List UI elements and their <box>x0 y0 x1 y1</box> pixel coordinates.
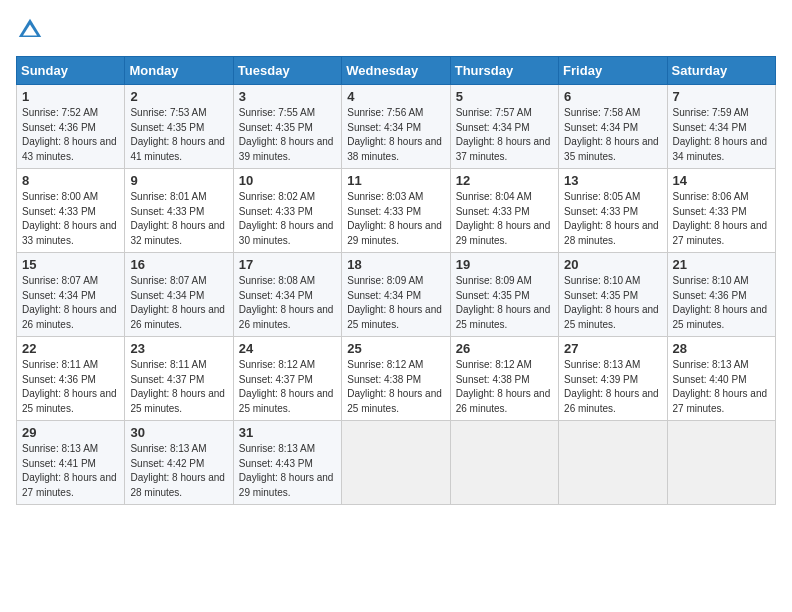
day-info: Sunrise: 7:55 AMSunset: 4:35 PMDaylight:… <box>239 106 336 164</box>
day-info: Sunrise: 8:10 AMSunset: 4:35 PMDaylight:… <box>564 274 661 332</box>
calendar-cell: 21Sunrise: 8:10 AMSunset: 4:36 PMDayligh… <box>667 253 775 337</box>
calendar-cell: 17Sunrise: 8:08 AMSunset: 4:34 PMDayligh… <box>233 253 341 337</box>
day-number: 22 <box>22 341 119 356</box>
day-info: Sunrise: 8:04 AMSunset: 4:33 PMDaylight:… <box>456 190 553 248</box>
calendar-week-1: 1Sunrise: 7:52 AMSunset: 4:36 PMDaylight… <box>17 85 776 169</box>
calendar-cell: 1Sunrise: 7:52 AMSunset: 4:36 PMDaylight… <box>17 85 125 169</box>
calendar-cell: 28Sunrise: 8:13 AMSunset: 4:40 PMDayligh… <box>667 337 775 421</box>
calendar-cell: 22Sunrise: 8:11 AMSunset: 4:36 PMDayligh… <box>17 337 125 421</box>
day-number: 3 <box>239 89 336 104</box>
calendar-cell: 13Sunrise: 8:05 AMSunset: 4:33 PMDayligh… <box>559 169 667 253</box>
calendar-cell: 30Sunrise: 8:13 AMSunset: 4:42 PMDayligh… <box>125 421 233 505</box>
calendar-cell <box>342 421 450 505</box>
day-number: 29 <box>22 425 119 440</box>
calendar-cell: 19Sunrise: 8:09 AMSunset: 4:35 PMDayligh… <box>450 253 558 337</box>
day-number: 1 <box>22 89 119 104</box>
header-tuesday: Tuesday <box>233 57 341 85</box>
calendar-cell: 12Sunrise: 8:04 AMSunset: 4:33 PMDayligh… <box>450 169 558 253</box>
header-wednesday: Wednesday <box>342 57 450 85</box>
calendar-cell: 26Sunrise: 8:12 AMSunset: 4:38 PMDayligh… <box>450 337 558 421</box>
calendar-cell: 16Sunrise: 8:07 AMSunset: 4:34 PMDayligh… <box>125 253 233 337</box>
calendar-cell <box>559 421 667 505</box>
day-number: 17 <box>239 257 336 272</box>
calendar-cell: 20Sunrise: 8:10 AMSunset: 4:35 PMDayligh… <box>559 253 667 337</box>
day-info: Sunrise: 7:53 AMSunset: 4:35 PMDaylight:… <box>130 106 227 164</box>
day-number: 12 <box>456 173 553 188</box>
day-info: Sunrise: 8:13 AMSunset: 4:39 PMDaylight:… <box>564 358 661 416</box>
day-number: 23 <box>130 341 227 356</box>
day-info: Sunrise: 7:58 AMSunset: 4:34 PMDaylight:… <box>564 106 661 164</box>
day-number: 15 <box>22 257 119 272</box>
day-info: Sunrise: 8:13 AMSunset: 4:43 PMDaylight:… <box>239 442 336 500</box>
calendar-cell: 29Sunrise: 8:13 AMSunset: 4:41 PMDayligh… <box>17 421 125 505</box>
day-number: 16 <box>130 257 227 272</box>
day-number: 25 <box>347 341 444 356</box>
day-info: Sunrise: 8:07 AMSunset: 4:34 PMDaylight:… <box>130 274 227 332</box>
calendar-cell: 15Sunrise: 8:07 AMSunset: 4:34 PMDayligh… <box>17 253 125 337</box>
day-number: 20 <box>564 257 661 272</box>
header-sunday: Sunday <box>17 57 125 85</box>
calendar-cell: 8Sunrise: 8:00 AMSunset: 4:33 PMDaylight… <box>17 169 125 253</box>
calendar-week-3: 15Sunrise: 8:07 AMSunset: 4:34 PMDayligh… <box>17 253 776 337</box>
calendar-cell: 5Sunrise: 7:57 AMSunset: 4:34 PMDaylight… <box>450 85 558 169</box>
day-number: 21 <box>673 257 770 272</box>
day-info: Sunrise: 8:05 AMSunset: 4:33 PMDaylight:… <box>564 190 661 248</box>
calendar-cell: 10Sunrise: 8:02 AMSunset: 4:33 PMDayligh… <box>233 169 341 253</box>
calendar-cell <box>450 421 558 505</box>
calendar-cell: 14Sunrise: 8:06 AMSunset: 4:33 PMDayligh… <box>667 169 775 253</box>
day-number: 26 <box>456 341 553 356</box>
calendar-week-4: 22Sunrise: 8:11 AMSunset: 4:36 PMDayligh… <box>17 337 776 421</box>
calendar-cell: 6Sunrise: 7:58 AMSunset: 4:34 PMDaylight… <box>559 85 667 169</box>
calendar-cell: 9Sunrise: 8:01 AMSunset: 4:33 PMDaylight… <box>125 169 233 253</box>
day-info: Sunrise: 8:07 AMSunset: 4:34 PMDaylight:… <box>22 274 119 332</box>
calendar-cell: 2Sunrise: 7:53 AMSunset: 4:35 PMDaylight… <box>125 85 233 169</box>
header-thursday: Thursday <box>450 57 558 85</box>
day-number: 30 <box>130 425 227 440</box>
day-info: Sunrise: 7:56 AMSunset: 4:34 PMDaylight:… <box>347 106 444 164</box>
logo <box>16 16 48 44</box>
day-number: 19 <box>456 257 553 272</box>
day-info: Sunrise: 8:08 AMSunset: 4:34 PMDaylight:… <box>239 274 336 332</box>
calendar-cell: 31Sunrise: 8:13 AMSunset: 4:43 PMDayligh… <box>233 421 341 505</box>
calendar-cell: 4Sunrise: 7:56 AMSunset: 4:34 PMDaylight… <box>342 85 450 169</box>
day-info: Sunrise: 8:13 AMSunset: 4:42 PMDaylight:… <box>130 442 227 500</box>
calendar-cell <box>667 421 775 505</box>
header-friday: Friday <box>559 57 667 85</box>
day-number: 8 <box>22 173 119 188</box>
day-info: Sunrise: 8:11 AMSunset: 4:36 PMDaylight:… <box>22 358 119 416</box>
calendar-week-2: 8Sunrise: 8:00 AMSunset: 4:33 PMDaylight… <box>17 169 776 253</box>
day-info: Sunrise: 8:01 AMSunset: 4:33 PMDaylight:… <box>130 190 227 248</box>
day-number: 14 <box>673 173 770 188</box>
day-info: Sunrise: 8:12 AMSunset: 4:38 PMDaylight:… <box>347 358 444 416</box>
day-info: Sunrise: 8:12 AMSunset: 4:37 PMDaylight:… <box>239 358 336 416</box>
day-number: 6 <box>564 89 661 104</box>
day-info: Sunrise: 8:06 AMSunset: 4:33 PMDaylight:… <box>673 190 770 248</box>
day-info: Sunrise: 7:52 AMSunset: 4:36 PMDaylight:… <box>22 106 119 164</box>
calendar-cell: 24Sunrise: 8:12 AMSunset: 4:37 PMDayligh… <box>233 337 341 421</box>
calendar-cell: 25Sunrise: 8:12 AMSunset: 4:38 PMDayligh… <box>342 337 450 421</box>
calendar-cell: 7Sunrise: 7:59 AMSunset: 4:34 PMDaylight… <box>667 85 775 169</box>
day-number: 28 <box>673 341 770 356</box>
day-info: Sunrise: 7:59 AMSunset: 4:34 PMDaylight:… <box>673 106 770 164</box>
day-number: 11 <box>347 173 444 188</box>
calendar-cell: 23Sunrise: 8:11 AMSunset: 4:37 PMDayligh… <box>125 337 233 421</box>
day-number: 24 <box>239 341 336 356</box>
day-info: Sunrise: 8:09 AMSunset: 4:35 PMDaylight:… <box>456 274 553 332</box>
day-info: Sunrise: 8:13 AMSunset: 4:40 PMDaylight:… <box>673 358 770 416</box>
day-info: Sunrise: 8:00 AMSunset: 4:33 PMDaylight:… <box>22 190 119 248</box>
logo-icon <box>16 16 44 44</box>
page-header <box>16 16 776 44</box>
day-number: 2 <box>130 89 227 104</box>
day-info: Sunrise: 8:09 AMSunset: 4:34 PMDaylight:… <box>347 274 444 332</box>
calendar-cell: 11Sunrise: 8:03 AMSunset: 4:33 PMDayligh… <box>342 169 450 253</box>
day-info: Sunrise: 8:02 AMSunset: 4:33 PMDaylight:… <box>239 190 336 248</box>
day-number: 27 <box>564 341 661 356</box>
day-number: 18 <box>347 257 444 272</box>
header-monday: Monday <box>125 57 233 85</box>
day-info: Sunrise: 8:10 AMSunset: 4:36 PMDaylight:… <box>673 274 770 332</box>
calendar-week-5: 29Sunrise: 8:13 AMSunset: 4:41 PMDayligh… <box>17 421 776 505</box>
day-info: Sunrise: 7:57 AMSunset: 4:34 PMDaylight:… <box>456 106 553 164</box>
day-info: Sunrise: 8:03 AMSunset: 4:33 PMDaylight:… <box>347 190 444 248</box>
day-number: 7 <box>673 89 770 104</box>
day-info: Sunrise: 8:11 AMSunset: 4:37 PMDaylight:… <box>130 358 227 416</box>
